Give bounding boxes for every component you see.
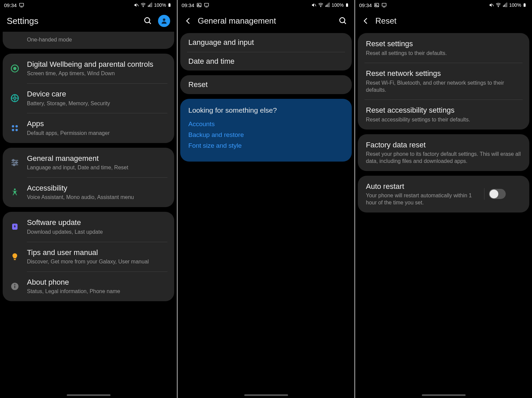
search-button[interactable]	[338, 16, 348, 26]
item-subtitle: One-handed mode	[27, 36, 167, 44]
sliders-icon	[9, 157, 20, 168]
auto-restart-toggle[interactable]	[489, 189, 506, 199]
clock: 09:34	[359, 2, 372, 8]
svg-rect-58	[524, 3, 525, 4]
settings-item-apps[interactable]: Apps Default apps, Permission manager	[3, 113, 174, 143]
item-reset-network[interactable]: Reset network settings Reset Wi-Fi, Blue…	[358, 63, 529, 100]
svg-line-51	[492, 4, 494, 6]
battery-pct: 100%	[332, 2, 344, 8]
wifi-icon	[496, 2, 501, 8]
svg-rect-0	[20, 3, 24, 6]
svg-point-3	[143, 6, 144, 7]
svg-rect-8	[168, 4, 170, 7]
back-button[interactable]	[362, 17, 370, 25]
svg-point-27	[14, 189, 15, 190]
mute-icon	[489, 2, 494, 8]
settings-screen: 09:34 100% Settings	[0, 0, 177, 398]
item-reset-accessibility[interactable]: Reset accessibility settings Reset acces…	[358, 100, 529, 129]
settings-item-general-management[interactable]: General management Language and input, D…	[3, 148, 174, 177]
svg-line-2	[137, 4, 138, 6]
svg-point-48	[375, 4, 376, 5]
item-subtitle: Screen time, App timers, Wind Down	[27, 70, 167, 77]
svg-point-24	[15, 162, 17, 163]
svg-point-14	[14, 67, 16, 69]
svg-rect-9	[169, 3, 170, 4]
item-subtitle: Download updates, Last update	[27, 229, 167, 236]
settings-item-one-handed[interactable]: One-handed mode	[3, 32, 174, 49]
settings-item-about[interactable]: About phone Status, Legal information, P…	[3, 272, 174, 301]
back-button[interactable]	[184, 17, 192, 25]
home-indicator[interactable]	[67, 394, 111, 396]
item-subtitle: Voice Assistant, Mono audio, Assistant m…	[27, 194, 167, 201]
apps-icon	[9, 123, 20, 134]
status-bar: 09:34 100%	[178, 0, 354, 10]
item-subtitle: Discover, Get more from your Galaxy, Use…	[27, 258, 167, 265]
item-reset-settings[interactable]: Reset settings Reset all settings to the…	[358, 33, 529, 63]
svg-rect-53	[503, 5, 504, 7]
svg-rect-43	[346, 4, 348, 7]
svg-point-52	[498, 6, 499, 7]
item-subtitle: Battery, Storage, Memory, Security	[27, 100, 167, 107]
bulb-icon	[9, 251, 20, 262]
svg-point-17	[12, 125, 14, 127]
link-font-size-style[interactable]: Font size and style	[188, 142, 344, 149]
item-language-input[interactable]: Language and input	[180, 33, 352, 52]
svg-rect-39	[325, 5, 326, 7]
svg-line-11	[149, 22, 151, 24]
svg-point-20	[15, 129, 18, 131]
item-auto-restart[interactable]: Auto restart Your phone will restart aut…	[358, 176, 529, 212]
svg-rect-42	[329, 3, 330, 7]
settings-item-device-care[interactable]: Device care Battery, Storage, Memory, Se…	[3, 83, 174, 113]
wellbeing-icon	[9, 63, 20, 74]
item-reset[interactable]: Reset	[180, 75, 352, 94]
svg-rect-40	[327, 5, 327, 7]
mute-icon	[134, 2, 139, 8]
link-accounts[interactable]: Accounts	[188, 120, 344, 128]
svg-line-37	[315, 4, 316, 6]
update-icon	[9, 221, 20, 232]
svg-point-19	[12, 129, 14, 131]
signal-icon	[502, 2, 508, 8]
reset-screen: 09:34 100% Reset Reset sett	[355, 0, 532, 398]
item-subtitle: Default apps, Permission manager	[27, 130, 167, 137]
wifi-icon	[318, 2, 323, 8]
svg-point-10	[145, 18, 150, 23]
svg-rect-29	[14, 259, 16, 260]
item-title: About phone	[27, 278, 167, 287]
image-icon	[374, 2, 379, 8]
home-indicator[interactable]	[422, 394, 466, 396]
item-date-time[interactable]: Date and time	[180, 52, 352, 71]
settings-item-accessibility[interactable]: Accessibility Voice Assistant, Mono audi…	[3, 177, 174, 207]
link-backup-restore[interactable]: Backup and restore	[188, 131, 344, 139]
svg-point-26	[13, 164, 15, 166]
item-subtitle: Status, Legal information, Phone name	[27, 288, 167, 295]
settings-item-tips[interactable]: Tips and user manual Discover, Get more …	[3, 242, 174, 272]
looking-title: Looking for something else?	[188, 106, 344, 114]
home-indicator[interactable]	[244, 394, 288, 396]
svg-rect-31	[14, 286, 15, 288]
svg-rect-4	[148, 5, 149, 7]
battery-icon	[345, 2, 350, 8]
app-bar: Reset	[355, 10, 532, 32]
mute-icon	[311, 2, 317, 8]
svg-rect-6	[150, 4, 151, 7]
clock: 09:34	[182, 2, 194, 8]
item-factory-reset[interactable]: Factory data reset Reset your phone to i…	[358, 134, 529, 171]
search-button[interactable]	[143, 16, 153, 26]
item-title: Reset	[188, 80, 345, 89]
svg-rect-55	[505, 4, 506, 7]
app-bar: General management	[178, 10, 354, 32]
battery-icon	[523, 2, 528, 8]
svg-rect-35	[205, 3, 209, 6]
settings-item-software-update[interactable]: Software update Download updates, Last u…	[3, 212, 174, 241]
settings-item-wellbeing[interactable]: Digital Wellbeing and parental controls …	[3, 54, 174, 83]
item-subtitle: Your phone will restart automatically wi…	[366, 192, 479, 206]
cast-icon	[19, 2, 24, 8]
svg-point-45	[340, 18, 345, 23]
page-title: Settings	[7, 16, 138, 26]
svg-point-38	[321, 6, 321, 7]
item-title: Reset settings	[366, 39, 523, 49]
account-avatar[interactable]	[158, 15, 170, 27]
item-title: Date and time	[188, 57, 345, 66]
svg-rect-44	[347, 3, 348, 4]
